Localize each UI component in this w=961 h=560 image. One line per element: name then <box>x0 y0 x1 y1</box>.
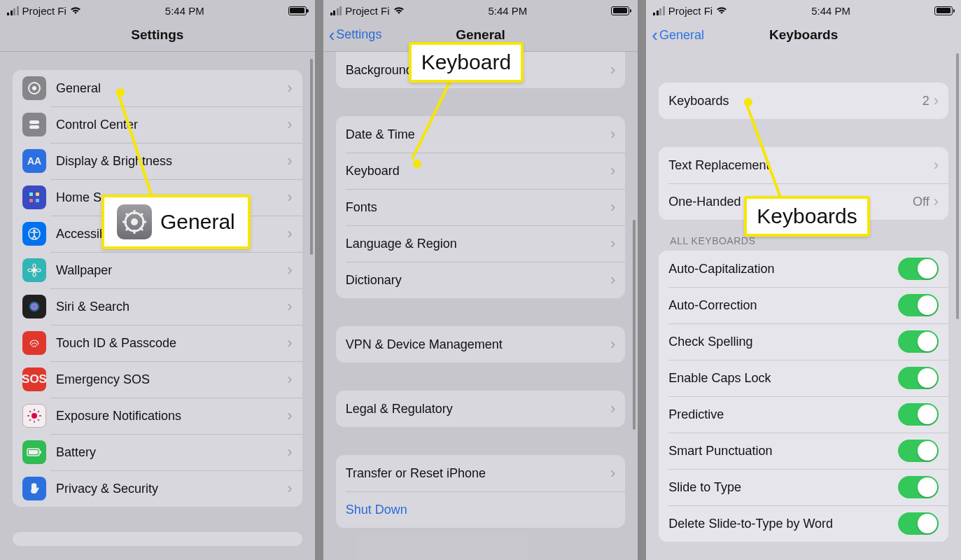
row-sos[interactable]: SOSEmergency SOS› <box>13 361 302 398</box>
chevron-right-icon: › <box>287 225 292 243</box>
row-siri[interactable]: Siri & Search› <box>13 288 302 325</box>
pane-general: Project Fi 5:44 PM ‹Settings General Bac… <box>323 0 638 560</box>
row-wallpaper[interactable]: Wallpaper› <box>13 252 302 288</box>
svg-rect-6 <box>29 199 33 202</box>
scroll-indicator[interactable] <box>956 53 959 319</box>
row-label: Control Center <box>56 118 287 132</box>
svg-line-21 <box>29 411 31 412</box>
row-label: Keyboard <box>346 164 610 178</box>
back-label: Settings <box>336 27 381 42</box>
row-exposure[interactable]: Exposure Notifications› <box>13 398 302 434</box>
row-control-center[interactable]: Control Center› <box>13 106 302 143</box>
svg-rect-5 <box>36 192 39 196</box>
row-label: Emergency SOS <box>56 372 287 387</box>
toggle-predictive[interactable] <box>898 403 939 426</box>
gear-icon <box>117 204 152 239</box>
callout-keyboards: Keyboards <box>744 196 869 237</box>
accessibility-icon <box>22 222 46 246</box>
row-legal[interactable]: Legal & Regulatory› <box>336 391 626 427</box>
back-label: General <box>659 28 704 43</box>
chevron-right-icon: › <box>287 443 292 461</box>
chevron-right-icon: › <box>287 479 292 498</box>
row-check-spelling: Check Spelling <box>659 323 948 360</box>
row-label: Smart Punctuation <box>668 444 898 458</box>
chevron-right-icon: › <box>934 192 939 211</box>
row-touchid[interactable]: Touch ID & Passcode› <box>13 325 302 361</box>
battery-icon <box>611 6 629 15</box>
row-detail: Off <box>913 195 930 209</box>
hand-icon <box>22 477 46 500</box>
chevron-left-icon: ‹ <box>652 26 658 44</box>
row-label: Privacy & Security <box>56 482 287 496</box>
chevron-right-icon: › <box>287 370 292 388</box>
text-size-icon: AA <box>22 149 46 173</box>
row-label: Check Spelling <box>668 335 898 349</box>
svg-line-24 <box>29 419 31 421</box>
row-label: Auto-Capitalization <box>668 262 898 276</box>
row-keyboards[interactable]: Keyboards2› <box>659 83 948 119</box>
svg-point-16 <box>31 413 37 419</box>
row-general[interactable]: General› <box>13 70 302 106</box>
chevron-right-icon: › <box>610 198 615 216</box>
exposure-icon <box>22 404 46 428</box>
row-label: Keyboards <box>668 94 922 108</box>
toggle-slide-type[interactable] <box>898 476 939 498</box>
wifi-icon <box>70 6 81 15</box>
highlight-dot <box>413 160 421 168</box>
row-detail: 2 <box>923 94 930 108</box>
row-predictive: Predictive <box>659 396 948 433</box>
row-display[interactable]: AADisplay & Brightness› <box>13 143 302 179</box>
row-delete-slide: Delete Slide-to-Type by Word <box>659 505 948 542</box>
callout-general: General <box>101 195 251 249</box>
row-battery[interactable]: Battery› <box>13 434 302 470</box>
chevron-right-icon: › <box>287 407 292 425</box>
chevron-right-icon: › <box>610 464 615 482</box>
row-label: Battery <box>56 445 287 460</box>
general-list[interactable]: Background App Refresh› Date & Time› Key… <box>323 52 638 560</box>
row-dictionary[interactable]: Dictionary› <box>336 262 626 298</box>
scroll-indicator[interactable] <box>310 59 313 255</box>
settings-list[interactable]: General› Control Center› AADisplay & Bri… <box>0 52 315 560</box>
toggle-caps-lock[interactable] <box>898 367 939 389</box>
row-fonts[interactable]: Fonts› <box>336 189 626 225</box>
row-date-time[interactable]: Date & Time› <box>336 116 626 153</box>
row-vpn[interactable]: VPN & Device Management› <box>336 326 626 363</box>
row-shutdown[interactable]: Shut Down <box>336 491 626 528</box>
wifi-icon <box>716 6 727 15</box>
nav-bar: Settings <box>0 18 315 52</box>
keyboards-list[interactable]: Keyboards2› Text Replacement› One-Handed… <box>646 52 961 560</box>
clock: 5:44 PM <box>811 5 850 17</box>
row-keyboard[interactable]: Keyboard› <box>336 153 626 189</box>
scroll-indicator[interactable] <box>633 220 636 430</box>
row-language-region[interactable]: Language & Region› <box>336 225 626 262</box>
row-label: Predictive <box>668 407 898 422</box>
back-button[interactable]: ‹Settings <box>329 26 382 44</box>
row-label: Exposure Notifications <box>56 409 287 424</box>
row-label: Slide to Type <box>668 480 898 495</box>
chevron-right-icon: › <box>610 125 615 144</box>
battery-icon <box>22 440 46 464</box>
sos-icon: SOS <box>22 368 46 391</box>
row-label: Date & Time <box>346 127 610 142</box>
page-title: General <box>456 27 505 43</box>
chevron-right-icon: › <box>610 335 615 354</box>
toggle-check-spelling[interactable] <box>898 330 939 353</box>
toggle-auto-cap[interactable] <box>898 258 939 280</box>
row-privacy[interactable]: Privacy & Security› <box>13 470 302 507</box>
toggle-auto-correct[interactable] <box>898 294 939 316</box>
row-transfer-reset[interactable]: Transfer or Reset iPhone› <box>336 455 626 491</box>
row-label: Legal & Regulatory <box>346 402 610 416</box>
row-label: Display & Brightness <box>56 154 287 169</box>
row-label: Fonts <box>346 200 610 215</box>
svg-point-13 <box>28 269 32 272</box>
chevron-left-icon: ‹ <box>329 26 335 44</box>
toggle-delete-slide[interactable] <box>898 512 939 535</box>
chevron-right-icon: › <box>610 271 615 289</box>
back-button[interactable]: ‹General <box>652 26 704 44</box>
row-auto-correct: Auto-Correction <box>659 287 948 323</box>
toggle-smart-punct[interactable] <box>898 440 939 462</box>
chevron-right-icon: › <box>934 92 939 110</box>
chevron-right-icon: › <box>610 61 615 79</box>
signal-icon <box>330 6 342 15</box>
row-text-replacement[interactable]: Text Replacement› <box>659 147 948 183</box>
